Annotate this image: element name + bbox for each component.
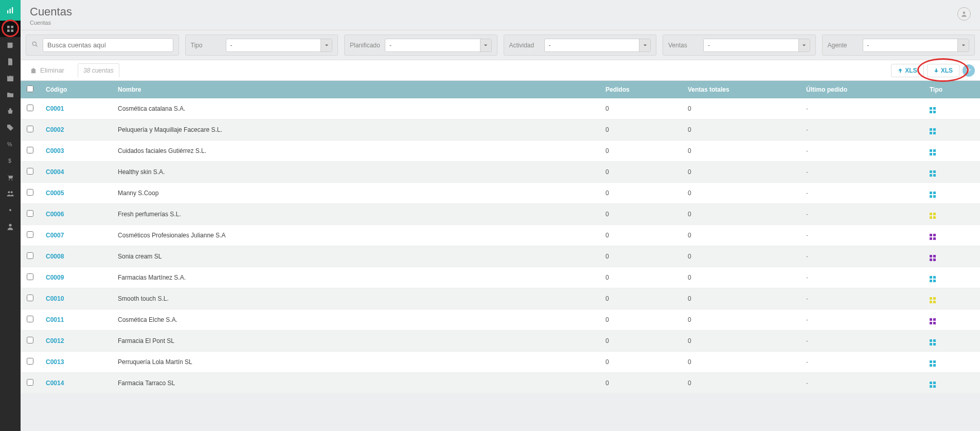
accounts-table: Código Nombre Pedidos Ventas totales Últ… [21, 81, 980, 394]
filter-label: Actividad [509, 42, 540, 49]
row-checkbox[interactable] [27, 231, 33, 238]
export-xls-up-button[interactable]: XLS [891, 64, 923, 77]
row-checkbox[interactable] [27, 189, 33, 196]
account-code-link[interactable]: C0005 [46, 189, 64, 197]
select-ventas[interactable]: - [703, 39, 810, 52]
filter-planificado: Planificado - [344, 35, 497, 56]
table-row[interactable]: C0010Smooth touch S.L.00- [21, 288, 980, 309]
nav-folder-icon[interactable] [0, 87, 21, 103]
export-xls-down-button[interactable]: XLS [927, 64, 959, 77]
cell-ventas: 0 [682, 141, 800, 162]
table-row[interactable]: C0011Cosmética Elche S.A.00- [21, 309, 980, 331]
account-code-link[interactable]: C0007 [46, 232, 64, 239]
select-planificado[interactable]: - [385, 39, 492, 52]
row-checkbox[interactable] [27, 316, 33, 322]
add-button[interactable]: + [963, 64, 975, 77]
account-code-link[interactable]: C0010 [46, 295, 64, 302]
account-code-link[interactable]: C0006 [46, 211, 64, 218]
account-code-link[interactable]: C0014 [46, 380, 64, 387]
col-tipo[interactable]: Tipo [923, 81, 980, 98]
nav-settings-icon[interactable] [0, 202, 21, 218]
account-code-link[interactable]: C0004 [46, 168, 64, 176]
nav-contacts-icon[interactable] [0, 37, 21, 54]
table-row[interactable]: C0012Farmacia El Pont SL00- [21, 331, 980, 352]
row-checkbox[interactable] [27, 379, 33, 386]
select-actividad[interactable]: - [544, 39, 651, 52]
row-checkbox[interactable] [27, 105, 33, 111]
account-code-link[interactable]: C0011 [46, 316, 64, 323]
user-avatar[interactable] [957, 7, 971, 21]
nav-cart-icon[interactable] [0, 169, 21, 185]
row-checkbox[interactable] [27, 210, 33, 217]
table-row[interactable]: C0009Farmacias Martínez S.A.00- [21, 267, 980, 288]
col-ventas[interactable]: Ventas totales [682, 81, 800, 98]
table-row[interactable]: C0006Fresh perfumerías S.L.00- [21, 204, 980, 225]
table-row[interactable]: C0002Peluquería y Maquillaje Facecare S.… [21, 119, 980, 141]
svg-rect-4 [11, 26, 13, 28]
cell-tipo [923, 204, 980, 225]
account-code-link[interactable]: C0003 [46, 147, 64, 154]
nav-dollar-icon[interactable]: $ [0, 152, 21, 169]
row-checkbox[interactable] [27, 147, 33, 153]
row-checkbox[interactable] [27, 358, 33, 365]
row-checkbox[interactable] [27, 252, 33, 259]
svg-point-18 [963, 11, 966, 14]
svg-point-19 [32, 42, 36, 45]
table-row[interactable]: C0014Farmacia Tarraco SL00- [21, 373, 980, 394]
table-row[interactable]: C0004Healthy skin S.A.00- [21, 162, 980, 183]
app-logo[interactable] [0, 0, 21, 21]
cell-pedidos: 0 [599, 162, 682, 183]
account-name: Farmacia Tarraco SL [112, 373, 599, 394]
nav-basket-icon[interactable] [0, 103, 21, 119]
table-row[interactable]: C0007Cosméticos Profesionales Julianne S… [21, 225, 980, 246]
cell-pedidos: 0 [599, 288, 682, 309]
col-ultimo[interactable]: Último pedido [800, 81, 923, 98]
account-code-link[interactable]: C0012 [46, 337, 64, 344]
account-name: Peluquería y Maquillaje Facecare S.L. [112, 119, 599, 141]
svg-point-13 [11, 179, 12, 180]
grid-icon [930, 192, 936, 198]
table-row[interactable]: C0005Manny S.Coop00- [21, 183, 980, 204]
grid-icon [930, 382, 936, 388]
row-checkbox[interactable] [27, 168, 33, 175]
row-checkbox[interactable] [27, 295, 33, 301]
account-code-link[interactable]: C0008 [46, 253, 64, 260]
table-row[interactable]: C0013Perruquería Lola Martín SL00- [21, 352, 980, 373]
nav-users-icon[interactable] [0, 185, 21, 202]
account-code-link[interactable]: C0001 [46, 105, 64, 112]
grid-icon [930, 339, 936, 346]
cell-pedidos: 0 [599, 204, 682, 225]
grid-icon [930, 170, 936, 177]
account-code-link[interactable]: C0013 [46, 358, 64, 366]
breadcrumb: Cuentas [30, 20, 72, 26]
nav-accounts-icon[interactable] [0, 21, 21, 37]
table-row[interactable]: C0008Sonia cream SL00- [21, 246, 980, 267]
col-codigo[interactable]: Código [40, 81, 112, 98]
account-name: Perruquería Lola Martín SL [112, 352, 599, 373]
select-all-checkbox[interactable] [27, 85, 33, 92]
row-checkbox[interactable] [27, 273, 33, 280]
table-row[interactable]: C0001Cosmética catalana S.A.00- [21, 98, 980, 119]
nav-tag-icon[interactable] [0, 119, 21, 136]
cell-pedidos: 0 [599, 373, 682, 394]
row-checkbox[interactable] [27, 126, 33, 132]
select-tipo[interactable]: - [226, 39, 333, 52]
select-agente[interactable]: - [863, 39, 970, 52]
table-row[interactable]: C0003Cuidados faciales Gutiérrez S.L.00- [21, 141, 980, 162]
nav-calendar-icon[interactable] [0, 70, 21, 87]
header: Cuentas Cuentas [21, 0, 980, 30]
nav-documents-icon[interactable] [0, 54, 21, 70]
col-nombre[interactable]: Nombre [112, 81, 599, 98]
nav-percent-icon[interactable]: % [0, 136, 21, 152]
search-input[interactable] [43, 38, 173, 52]
chevron-down-icon [798, 39, 810, 51]
col-pedidos[interactable]: Pedidos [599, 81, 682, 98]
account-code-link[interactable]: C0009 [46, 274, 64, 281]
account-name: Healthy skin S.A. [112, 162, 599, 183]
nav-user-icon[interactable] [0, 218, 21, 235]
account-code-link[interactable]: C0002 [46, 126, 64, 133]
account-name: Cosmética Elche S.A. [112, 309, 599, 331]
delete-button[interactable]: Eliminar [26, 64, 68, 76]
cell-ultimo: - [800, 162, 923, 183]
row-checkbox[interactable] [27, 337, 33, 343]
